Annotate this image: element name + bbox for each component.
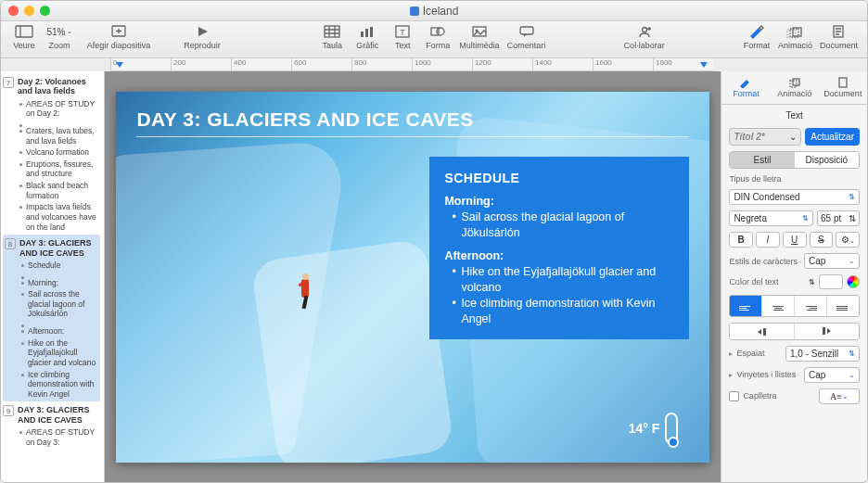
outline-bullet[interactable]: Sail across the glacial lagoon of Jökuls…	[21, 288, 98, 320]
document-title: Iceland	[1, 5, 867, 18]
morning-list: Sail across the glacial lagoon of Jökuls…	[453, 210, 674, 241]
dropcap-style-select[interactable]: A≡⌄	[819, 388, 860, 404]
text-subtabs: Estil Disposició	[729, 151, 860, 169]
outdent-button[interactable]	[730, 324, 795, 339]
char-styles-select[interactable]: Cap⌄	[804, 253, 860, 269]
text-options-button[interactable]: ⚙︎⌄	[836, 232, 860, 248]
format-inspector-button[interactable]: Format	[739, 23, 774, 50]
outline-bullet[interactable]: Hike on the Eyjafjallajökull glacier and…	[21, 337, 98, 369]
align-right-button[interactable]	[795, 296, 827, 316]
outline-slide-number: 7	[3, 77, 14, 88]
italic-button[interactable]: I	[756, 232, 780, 248]
outline-slide-title: Day 2: Volcanoes and lava fields	[18, 77, 100, 96]
afternoon-label: Afternoon:	[444, 248, 674, 264]
tab-format[interactable]: Format	[721, 71, 770, 104]
inspector-tabs: Format Animació Document	[721, 71, 867, 105]
outline-bullet[interactable]: Black sand beach formation	[19, 180, 100, 201]
bullets-select[interactable]: Cap⌄	[804, 367, 860, 383]
svg-marker-21	[524, 34, 527, 37]
font-size-stepper[interactable]: 65 pt⇅	[817, 210, 860, 226]
svg-rect-0	[16, 26, 32, 37]
indent-button[interactable]	[795, 324, 859, 339]
text-color-swatch[interactable]	[819, 274, 843, 289]
font-family-select[interactable]: DIN Condensed⇅	[729, 189, 860, 205]
add-slide-button[interactable]: Afegir diapositiva	[77, 23, 160, 50]
document-inspector-button[interactable]: Document	[816, 23, 862, 50]
outline-slide-number: 8	[5, 238, 16, 249]
font-weight-select[interactable]: Negreta⇅	[729, 210, 813, 226]
chart-button[interactable]: Gràfic	[350, 23, 385, 50]
svg-rect-6	[325, 26, 339, 37]
outline-bullet[interactable]: Afternoon:	[21, 325, 98, 337]
outline-bullet[interactable]: Eruptions, fissures, and structure	[19, 159, 100, 180]
ruler: 020040060080010001200140016001800	[110, 58, 713, 71]
svg-text:T: T	[401, 28, 406, 37]
chevron-updown-icon: ⇅	[849, 193, 855, 201]
schedule-heading: SCHEDULE	[444, 170, 674, 187]
align-justify-button[interactable]	[827, 296, 859, 316]
outline-bullet[interactable]: Craters, lava tubes, and lava fields	[19, 125, 100, 146]
font-section-label: Tipus de lletra	[729, 174, 860, 184]
outline-bullet[interactable]: Ice climbing demonstration with Kevin An…	[21, 369, 98, 400]
toolbar: Veure 51%⌄ Zoom Afegir diapositiva Repro…	[1, 21, 867, 58]
ruler-indent-left[interactable]	[116, 62, 123, 68]
align-center-button[interactable]	[762, 296, 795, 316]
subtab-layout[interactable]: Disposició	[795, 152, 859, 168]
minimize-window-button[interactable]	[24, 6, 34, 16]
svg-rect-11	[361, 32, 364, 37]
spacing-select[interactable]: 1,0 - Senzill⇅	[785, 346, 860, 362]
schedule-item: Hike on the Eyjafjallajökull glacier and…	[453, 264, 674, 296]
outline-sidebar[interactable]: 7Day 2: Volcanoes and lava fieldsAREAS O…	[1, 71, 105, 482]
align-left-button[interactable]	[730, 296, 762, 316]
inspector-panel: Format Animació Document Text Títol 2* ⌄	[721, 71, 867, 482]
main-area: 7Day 2: Volcanoes and lava fieldsAREAS O…	[1, 71, 867, 482]
media-button[interactable]: Multimèdia	[455, 23, 504, 50]
subtab-style[interactable]: Estil	[730, 152, 794, 168]
dropcap-label: Caplletra	[743, 391, 815, 400]
underline-button[interactable]: U	[783, 232, 807, 248]
comment-button[interactable]: Comentari	[504, 23, 550, 50]
disclosure-icon[interactable]: ▸	[729, 350, 733, 358]
outline-bullet[interactable]: AREAS OF STUDY on Day 3:	[19, 426, 100, 448]
outline-bullet[interactable]: Schedule	[21, 260, 98, 272]
slide-canvas[interactable]: DAY 3: GLACIERS AND ICE CAVES SCHEDULE M…	[105, 71, 721, 482]
chevron-down-icon: ⌄	[849, 257, 855, 265]
spacing-label: Espaiat	[736, 349, 782, 358]
tab-animate[interactable]: Animació	[771, 71, 819, 104]
dropcap-checkbox[interactable]	[729, 391, 739, 401]
tab-document[interactable]: Document	[819, 71, 867, 104]
color-picker-button[interactable]	[847, 275, 860, 288]
svg-rect-13	[370, 27, 373, 37]
update-style-button[interactable]: Actualitzar	[805, 128, 860, 146]
schedule-box[interactable]: SCHEDULE Morning: Sail across the glacia…	[429, 157, 689, 340]
outline-bullet[interactable]: AREAS OF STUDY on Day 2:	[19, 98, 100, 120]
outline-slide[interactable]: 9DAY 3: GLACIERS AND ICE CAVESAREAS OF S…	[3, 403, 100, 448]
strike-button[interactable]: S	[810, 232, 834, 248]
gear-icon: ⚙︎	[841, 235, 849, 245]
paragraph-style-select[interactable]: Títol 2* ⌄	[729, 128, 801, 146]
text-button[interactable]: T Text	[385, 23, 420, 50]
zoom-window-button[interactable]	[40, 6, 50, 16]
document-icon	[410, 6, 419, 16]
play-button[interactable]: Reproduir	[160, 23, 244, 50]
horizontal-align	[729, 295, 860, 317]
outline-slide[interactable]: 8DAY 3: GLACIERS AND ICE CAVESScheduleMo…	[3, 235, 100, 401]
view-button[interactable]: Veure	[6, 23, 42, 50]
bold-button[interactable]: B	[729, 232, 753, 248]
table-button[interactable]: Taula	[314, 23, 350, 50]
svg-point-22	[642, 28, 646, 32]
outline-bullet[interactable]: Morning:	[21, 277, 98, 289]
chevron-down-icon: ⌄	[842, 392, 849, 400]
close-window-button[interactable]	[8, 6, 19, 16]
animate-inspector-button[interactable]: Animació	[774, 23, 816, 50]
disclosure-icon[interactable]: ▸	[729, 371, 733, 379]
shape-button[interactable]: Forma	[420, 23, 455, 50]
ruler-indent-right[interactable]	[700, 62, 708, 68]
outline-bullet[interactable]: Volcano formation	[19, 146, 100, 159]
collaborate-button[interactable]: Col·laborar	[620, 23, 669, 50]
outline-slide[interactable]: 7Day 2: Volcanoes and lava fieldsAREAS O…	[3, 75, 100, 233]
slide[interactable]: DAY 3: GLACIERS AND ICE CAVES SCHEDULE M…	[116, 92, 709, 463]
slide-title[interactable]: DAY 3: GLACIERS AND ICE CAVES	[136, 108, 689, 131]
zoom-button[interactable]: 51%⌄ Zoom	[42, 23, 77, 50]
outline-bullet[interactable]: Impacts lava fields and volcanoes have o…	[19, 201, 100, 233]
